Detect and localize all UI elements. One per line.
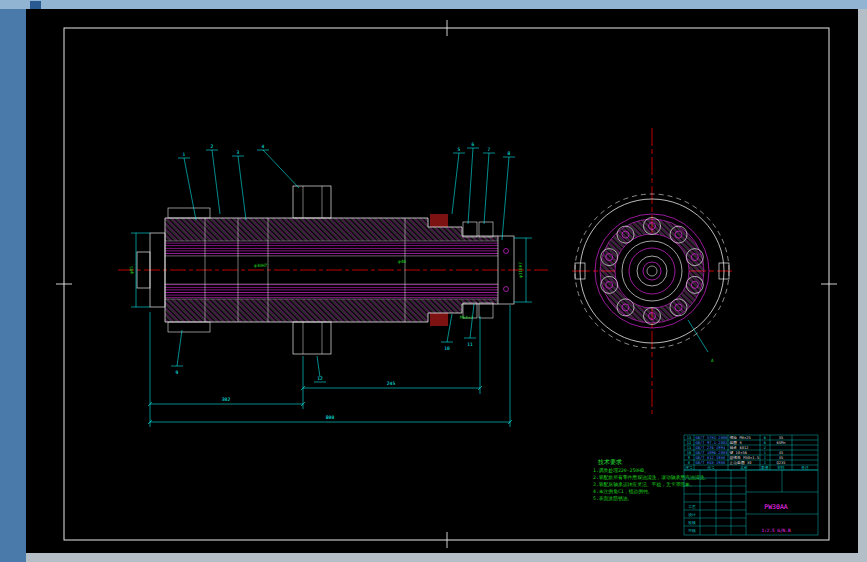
titleblock-label: 审核 (688, 528, 696, 533)
dim-text-d2: 302 (222, 397, 231, 402)
app-window: 1 2 3 4 5 6 7 8 9 10 11 12 245 302 800 φ… (0, 0, 867, 562)
titleblock-label: 设计 (688, 512, 696, 517)
screenshot-root: 1 2 3 4 5 6 7 8 9 10 11 12 245 302 800 φ… (0, 0, 867, 562)
titleblock-label: 校核 (687, 520, 696, 525)
seal-bottom (430, 313, 448, 326)
dim-text-right-dia: φ110H7 (518, 262, 523, 278)
header-name: 名称 (740, 465, 748, 470)
balloon-label: 6 (472, 142, 475, 147)
annulus-inner-edge (615, 234, 689, 308)
shaft-spline-top (165, 241, 498, 256)
dim-text-bore1: φ30H7 (254, 263, 268, 268)
balloon-label: 4 (262, 144, 265, 149)
window-icon (30, 1, 41, 10)
dim-text-overall: 800 (326, 415, 335, 420)
shaft-spline-bottom (165, 284, 498, 299)
balloon-label: 1 (183, 152, 186, 157)
balloon-label: 12 (317, 376, 323, 381)
seal-top (430, 214, 448, 227)
balloon-label: 8 (508, 151, 511, 156)
dim-text-bore2: φ48 (398, 259, 406, 264)
note-line-3: 3.装配后轴承运转应灵活、平稳，无卡滞现象。 (593, 481, 695, 488)
view-label-a: A (711, 358, 714, 363)
note-line-1: 1.调质处理220-250HB。 (593, 467, 649, 474)
balloon-label: 11 (467, 342, 473, 347)
note-line-5: 5.表面涂防锈油。 (593, 495, 632, 502)
dim-text-thread: M64×2 (460, 315, 474, 320)
balloon-label: 5 (458, 147, 461, 152)
header-code: 代号 (707, 465, 715, 470)
header-note: 备注 (801, 465, 809, 470)
part-mat: 65Mn (776, 440, 785, 445)
note-line-2: 2.装配前所有零件用煤油清洗，滚动轴承用汽油清洗。 (593, 474, 709, 481)
cad-canvas[interactable] (26, 9, 858, 553)
drawing-number: PW30AA (764, 503, 788, 511)
header-mat: 材料 (777, 465, 785, 470)
note-title: 技术要求 (597, 458, 622, 466)
balloon-label: 7 (488, 147, 491, 152)
note-line-4: 4.未注倒角C1，锐边倒钝。 (593, 488, 653, 495)
balloon-label: 3 (237, 150, 240, 155)
header-qty: 数量 (761, 465, 769, 470)
drawing-scale: 1:2.5 G/N.B (761, 528, 790, 533)
window-top-strip (0, 0, 867, 9)
balloon-label: 10 (444, 346, 450, 351)
titleblock-label: 工艺 (688, 504, 696, 509)
balloon-label: 2 (211, 144, 214, 149)
header-idx: 序号 (685, 465, 693, 470)
dim-text-d1: 245 (387, 381, 396, 386)
window-left-strip (0, 9, 26, 562)
balloon-label: 9 (176, 370, 179, 375)
dim-text-left-dia: φ95 (129, 266, 134, 274)
